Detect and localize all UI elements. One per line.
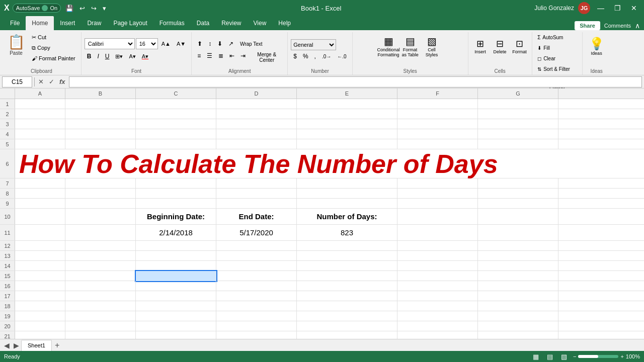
align-center-button[interactable]: ☰ bbox=[204, 51, 215, 61]
cell-c9[interactable] bbox=[136, 199, 216, 209]
cell-b13[interactable] bbox=[65, 251, 136, 261]
cell-g5[interactable] bbox=[478, 139, 558, 149]
cell-b4[interactable] bbox=[65, 129, 136, 139]
cell-f19[interactable] bbox=[397, 311, 478, 321]
undo-icon[interactable]: ↩ bbox=[78, 4, 87, 13]
cell-c19[interactable] bbox=[136, 311, 216, 321]
cell-e15[interactable] bbox=[297, 271, 397, 281]
align-middle-button[interactable]: ↕ bbox=[206, 39, 214, 49]
cell-d17[interactable] bbox=[216, 291, 297, 301]
cell-a2[interactable] bbox=[15, 109, 65, 119]
conditional-formatting-button[interactable]: ▦ Conditional Formatting bbox=[378, 32, 398, 60]
cell-e1[interactable] bbox=[297, 99, 397, 109]
cell-c18[interactable] bbox=[136, 301, 216, 311]
cell-d2[interactable] bbox=[216, 109, 297, 119]
row-num-10[interactable]: 10 bbox=[0, 209, 15, 224]
cell-e8[interactable] bbox=[297, 189, 397, 199]
cell-b20[interactable] bbox=[65, 321, 136, 331]
row-num-11[interactable]: 11 bbox=[0, 225, 15, 240]
cell-a14[interactable] bbox=[15, 261, 65, 271]
cell-b17[interactable] bbox=[65, 291, 136, 301]
cell-styles-button[interactable]: ▧ Cell Styles bbox=[422, 32, 442, 60]
cell-d16[interactable] bbox=[216, 281, 297, 291]
cell-e7[interactable] bbox=[297, 178, 397, 189]
clear-button[interactable]: ◻ Clear bbox=[537, 53, 577, 63]
cell-g3[interactable] bbox=[478, 119, 558, 129]
tab-file[interactable]: File bbox=[4, 16, 26, 30]
paste-button[interactable]: 📋 Paste bbox=[5, 32, 27, 57]
normal-view-icon[interactable]: ▦ bbox=[531, 352, 541, 361]
cell-a21[interactable] bbox=[15, 331, 65, 339]
cell-f7[interactable] bbox=[397, 178, 478, 189]
cell-b8[interactable] bbox=[65, 189, 136, 199]
row-num-1[interactable]: 1 bbox=[0, 99, 15, 109]
format-as-table-button[interactable]: ▤ Format as Table bbox=[400, 32, 420, 60]
cell-c5[interactable] bbox=[136, 139, 216, 149]
comments-button[interactable]: Comments bbox=[604, 23, 631, 29]
cell-f12[interactable] bbox=[397, 241, 478, 251]
autosum-button[interactable]: Σ AutoSum bbox=[537, 32, 577, 42]
cell-b12[interactable] bbox=[65, 241, 136, 251]
cell-b14[interactable] bbox=[65, 261, 136, 271]
cell-c16[interactable] bbox=[136, 281, 216, 291]
cell-g2[interactable] bbox=[478, 109, 558, 119]
cell-e12[interactable] bbox=[297, 241, 397, 251]
cell-end-date-header[interactable]: End Date: bbox=[216, 209, 297, 224]
tab-draw[interactable]: Draw bbox=[81, 16, 107, 30]
tab-home[interactable]: Home bbox=[26, 16, 54, 30]
row-num-12[interactable]: 12 bbox=[0, 241, 15, 250]
tab-view[interactable]: View bbox=[248, 16, 273, 30]
cell-g18[interactable] bbox=[478, 301, 558, 311]
cell-e9[interactable] bbox=[297, 199, 397, 209]
cell-title[interactable]: How To Calculate The Number of Days bbox=[15, 149, 644, 178]
cell-f15[interactable] bbox=[397, 271, 478, 281]
cell-f1[interactable] bbox=[397, 99, 478, 109]
cell-d8[interactable] bbox=[216, 189, 297, 199]
decrease-indent-button[interactable]: ⇤ bbox=[227, 51, 237, 61]
cell-b9[interactable] bbox=[65, 199, 136, 209]
cell-f14[interactable] bbox=[397, 261, 478, 271]
cell-number-of-days-header[interactable]: Number of Days: bbox=[297, 209, 397, 224]
bold-button[interactable]: B bbox=[85, 51, 94, 61]
cell-d3[interactable] bbox=[216, 119, 297, 129]
tab-formulas[interactable]: Formulas bbox=[153, 16, 191, 30]
cell-g14[interactable] bbox=[478, 261, 558, 271]
cell-b18[interactable] bbox=[65, 301, 136, 311]
decrease-font-button[interactable]: A▼ bbox=[174, 39, 188, 49]
row-num-15[interactable]: 15 bbox=[0, 271, 15, 281]
cell-g8[interactable] bbox=[478, 189, 558, 199]
cell-f21[interactable] bbox=[397, 331, 478, 339]
page-break-view-icon[interactable]: ▧ bbox=[559, 352, 569, 361]
share-button[interactable]: Share bbox=[575, 21, 600, 30]
cell-b1[interactable] bbox=[65, 99, 136, 109]
zoom-out-icon[interactable]: − bbox=[573, 353, 576, 359]
cell-b16[interactable] bbox=[65, 281, 136, 291]
align-left-button[interactable]: ≡ bbox=[195, 51, 203, 61]
cell-beginning-date-header[interactable]: Beginning Date: bbox=[136, 209, 216, 224]
row-num-21[interactable]: 21 bbox=[0, 331, 15, 339]
cell-b19[interactable] bbox=[65, 311, 136, 321]
insert-function-button[interactable]: fx bbox=[58, 78, 67, 85]
increase-font-button[interactable]: A▲ bbox=[159, 39, 173, 49]
tab-page-layout[interactable]: Page Layout bbox=[107, 16, 153, 30]
cell-e13[interactable] bbox=[297, 251, 397, 261]
cell-e5[interactable] bbox=[297, 139, 397, 149]
sort-filter-button[interactable]: ⇅ Sort & Filter bbox=[537, 64, 577, 74]
cell-f5[interactable] bbox=[397, 139, 478, 149]
row-num-3[interactable]: 3 bbox=[0, 119, 15, 129]
customize-qat-icon[interactable]: ▾ bbox=[101, 4, 108, 13]
cell-e17[interactable] bbox=[297, 291, 397, 301]
cell-a9[interactable] bbox=[15, 199, 65, 209]
cell-a7[interactable] bbox=[15, 178, 65, 189]
cell-c7[interactable] bbox=[136, 178, 216, 189]
fill-button[interactable]: ⬇ Fill bbox=[537, 43, 577, 53]
confirm-formula-button[interactable]: ✓ bbox=[47, 78, 56, 85]
col-header-e[interactable]: E bbox=[297, 88, 397, 99]
cell-c21[interactable] bbox=[136, 331, 216, 339]
cell-c8[interactable] bbox=[136, 189, 216, 199]
cell-e14[interactable] bbox=[297, 261, 397, 271]
cell-a4[interactable] bbox=[15, 129, 65, 139]
cell-d14[interactable] bbox=[216, 261, 297, 271]
cell-g4[interactable] bbox=[478, 129, 558, 139]
cell-d9[interactable] bbox=[216, 199, 297, 209]
